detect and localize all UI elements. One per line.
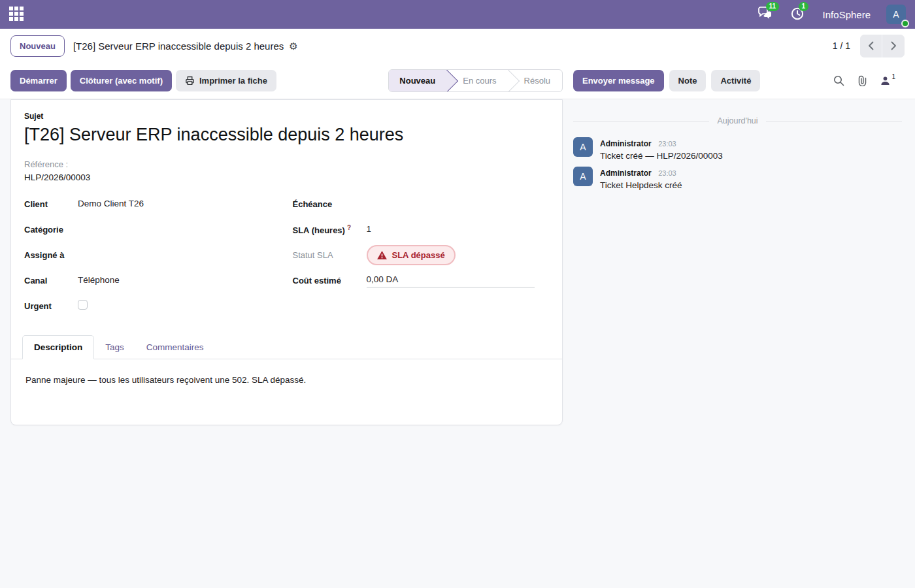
channel-label: Canal [24, 276, 78, 286]
print-sheet-button[interactable]: Imprimer la fiche [176, 70, 276, 91]
urgent-label: Urgent [24, 301, 78, 311]
description-content[interactable]: Panne majeure — tous les utilisateurs re… [24, 359, 549, 425]
message-avatar: A [573, 137, 593, 157]
deadline-value[interactable] [367, 199, 550, 210]
activities-badge: 1 [799, 2, 809, 11]
message-author: Administrator [600, 139, 652, 148]
deadline-label: Échéance [293, 199, 367, 209]
tab-commentaires[interactable]: Commentaires [135, 335, 215, 359]
avatar-initial: A [893, 9, 899, 20]
subject-label: Sujet [24, 112, 549, 121]
statusbar-step-nouveau[interactable]: Nouveau [389, 70, 447, 91]
control-panel: Démarrer Clôturer (avec motif) Imprimer … [0, 63, 915, 99]
message-time: 23:03 [658, 169, 676, 177]
chatter-message[interactable]: A Administrator 23:03 Ticket créé — HLP/… [573, 137, 905, 161]
field-channel: Canal Téléphone [24, 268, 281, 293]
followers-count: 1 [891, 73, 895, 80]
pager-previous-button[interactable] [860, 35, 882, 57]
urgent-checkbox[interactable] [78, 300, 88, 310]
pager-next-button[interactable] [882, 35, 905, 57]
message-body: Ticket créé — HLP/2026/00003 [600, 151, 723, 161]
sla-hours-value[interactable]: 1 [367, 224, 550, 235]
user-avatar[interactable]: A [886, 5, 906, 24]
warning-triangle-icon [377, 251, 387, 259]
cost-value[interactable]: 0,00 DA [367, 274, 535, 287]
field-sla-status: Statut SLA SLA dépassé [293, 242, 550, 268]
field-grid: Client Demo Client T26 Catégorie Assigné… [24, 191, 549, 319]
schedule-activity-button[interactable]: Activité [711, 70, 760, 91]
pager: 1 / 1 [833, 35, 905, 57]
tab-description[interactable]: Description [22, 335, 94, 359]
breadcrumb-title: [T26] Serveur ERP inaccessible depuis 2 … [73, 41, 284, 52]
sla-status-label: Statut SLA [293, 250, 367, 260]
gear-icon[interactable]: ⚙ [289, 41, 297, 51]
day-divider-label: Aujourd'hui [717, 116, 757, 125]
sla-hours-label: SLA (heures)? [293, 224, 367, 235]
messages-badge: 11 [766, 2, 780, 11]
reference-label: Référence : [24, 159, 549, 169]
statusbar: Nouveau En cours Résolu [388, 69, 563, 92]
channel-value[interactable]: Téléphone [78, 275, 281, 286]
field-sla-hours: SLA (heures)? 1 [293, 217, 550, 242]
apps-menu-icon[interactable] [9, 7, 25, 22]
cost-label: Coût estimé [293, 276, 367, 286]
search-messages-icon[interactable] [833, 75, 844, 86]
main-content: Sujet [T26] Serveur ERP inaccessible dep… [0, 99, 915, 436]
start-button[interactable]: Démarrer [10, 70, 67, 91]
reference-value: HLP/2026/00003 [24, 172, 549, 182]
tab-tags[interactable]: Tags [94, 335, 135, 359]
field-category: Catégorie [24, 217, 281, 242]
message-body: Ticket Helpdesk créé [600, 180, 682, 190]
followers-icon[interactable]: 1 [880, 76, 895, 86]
printer-icon [185, 76, 195, 86]
topbar: 11 1 InfoSphere A [0, 0, 915, 29]
brand-name[interactable]: InfoSphere [823, 9, 871, 20]
online-status-dot [901, 20, 909, 27]
log-note-button[interactable]: Note [669, 70, 707, 91]
category-label: Catégorie [24, 225, 78, 235]
attachments-icon[interactable] [857, 75, 867, 86]
message-time: 23:03 [658, 140, 676, 148]
chatter-message[interactable]: A Administrator 23:03 Ticket Helpdesk cr… [573, 167, 905, 190]
field-client: Client Demo Client T26 [24, 191, 281, 217]
form-sheet: Sujet [T26] Serveur ERP inaccessible dep… [10, 99, 563, 425]
activities-menu[interactable]: 1 [790, 7, 807, 22]
category-value[interactable] [78, 224, 281, 235]
field-assignee: Assigné à [24, 242, 281, 268]
message-avatar: A [573, 167, 593, 186]
breadcrumb-row: Nouveau [T26] Serveur ERP inaccessible d… [0, 29, 915, 63]
assignee-value[interactable] [78, 250, 281, 261]
send-message-button[interactable]: Envoyer message [573, 70, 664, 91]
day-divider: Aujourd'hui [573, 116, 902, 125]
close-with-reason-button[interactable]: Clôturer (avec motif) [71, 70, 172, 91]
client-value[interactable]: Demo Client T26 [78, 199, 281, 210]
field-urgent: Urgent [24, 293, 281, 319]
assignee-label: Assigné à [24, 250, 78, 260]
messages-menu[interactable]: 11 [757, 7, 774, 22]
field-deadline: Échéance [293, 191, 550, 217]
stage-badge[interactable]: Nouveau [10, 35, 65, 57]
subject-title[interactable]: [T26] Serveur ERP inaccessible depuis 2 … [24, 125, 549, 145]
client-label: Client [24, 199, 78, 209]
message-author: Administrator [600, 169, 652, 178]
sla-status-badge: SLA dépassé [367, 245, 456, 265]
help-icon[interactable]: ? [347, 224, 351, 231]
notebook-tabs: Description Tags Commentaires [11, 335, 562, 359]
chatter-panel: Aujourd'hui A Administrator 23:03 Ticket… [573, 99, 905, 196]
field-cost: Coût estimé 0,00 DA [293, 268, 550, 293]
pager-counter: 1 / 1 [833, 41, 850, 51]
